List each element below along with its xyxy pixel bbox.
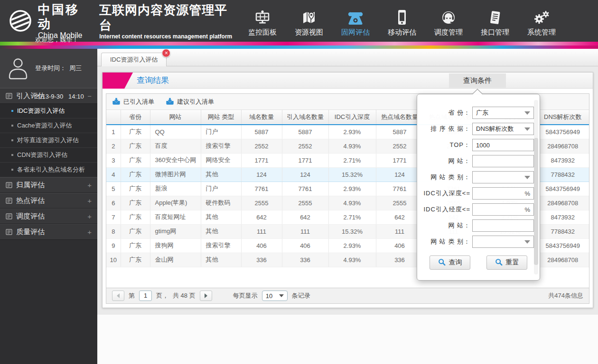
- nav-item-mobile-eval[interactable]: 移动评估: [379, 0, 425, 42]
- chevron-down-icon: [524, 240, 530, 244]
- suggested-list-label: 建议引入清单: [177, 98, 214, 106]
- nav-item-monitor-panel[interactable]: 监控面板: [239, 0, 286, 42]
- dropdown-field-8[interactable]: [472, 236, 534, 248]
- table-cell: 124: [241, 167, 282, 182]
- field-value: DNS解析次数: [476, 125, 514, 133]
- nav-item-label: 系统管理: [527, 28, 556, 37]
- table-cell: 2555: [282, 196, 328, 210]
- scrollbar-thumb[interactable]: [534, 138, 538, 265]
- plus-icon: +: [87, 212, 92, 220]
- input-field-5[interactable]: %: [472, 187, 534, 200]
- dropdown-field-1[interactable]: DNS解析次数: [472, 123, 534, 135]
- table-cell: 其他: [201, 167, 241, 182]
- nav-item-dispatch-mgmt[interactable]: 调度管理: [425, 0, 472, 42]
- page-prefix: 第: [129, 291, 135, 300]
- table-cell: 2552: [376, 139, 423, 153]
- input-field-6[interactable]: %: [472, 203, 534, 216]
- field-value: 1000: [476, 142, 490, 149]
- per-page-select[interactable]: 10: [262, 291, 288, 301]
- plus-icon: +: [87, 228, 92, 236]
- table-cell: 广东: [121, 125, 150, 139]
- sidebar-group-hotspot-eval[interactable]: 热点评估+: [0, 193, 97, 209]
- popup-field-row: 网 站：: [417, 153, 540, 169]
- input-field-3[interactable]: [472, 155, 534, 167]
- popup-field-row: 排 序 依 据：DNS解析次数: [417, 121, 540, 137]
- query-conditions-button[interactable]: 查询条件: [449, 73, 506, 88]
- sidebar-item[interactable]: 对等直连资源引入评估: [0, 133, 97, 148]
- popup-field-row: 网 站 类 别：: [417, 169, 540, 185]
- welcome-text: 欢迎您，魏华！: [35, 35, 84, 45]
- chevron-down-icon: [524, 127, 530, 131]
- field-label: IDC引入经度<=: [417, 205, 470, 214]
- popup-arrow: [472, 89, 483, 94]
- table-cell: 5: [106, 182, 121, 196]
- table-cell: 广东: [121, 153, 150, 167]
- reset-button[interactable]: 重置: [486, 255, 527, 270]
- top-nav: 监控面板资源视图固网评估移动评估调度管理接口管理系统管理: [239, 0, 565, 42]
- page-input[interactable]: 1: [139, 291, 152, 301]
- input-field-2[interactable]: 1000: [472, 139, 534, 151]
- imported-list-button[interactable]: 已引入清单: [112, 97, 154, 107]
- column-header: 引入域名数量: [282, 110, 328, 125]
- sidebar-group-quality-eval[interactable]: 质量评估+: [0, 224, 97, 240]
- dashboard-icon: [254, 9, 271, 27]
- percent-suffix: %: [524, 190, 530, 197]
- popup-scrollbar[interactable]: [534, 100, 538, 274]
- import-icon: [166, 97, 174, 107]
- nav-item-label: 固网评估: [341, 28, 370, 37]
- input-field-7[interactable]: [472, 219, 534, 232]
- sidebar-group-dispatch-eval[interactable]: 调度评估+: [0, 209, 97, 224]
- table-cell: 406: [241, 238, 282, 253]
- next-page-button[interactable]: [200, 291, 212, 301]
- sidebar-item[interactable]: CDN资源引入评估: [0, 148, 97, 163]
- table-cell: 5887: [282, 125, 328, 139]
- field-value: 广东: [476, 109, 488, 117]
- sidebar-item[interactable]: Cache资源引入评估: [0, 118, 97, 133]
- popup-field-row: 省 份：广东: [417, 105, 540, 121]
- dropdown-field-0[interactable]: 广东: [472, 107, 534, 119]
- table-cell: Apple(苹果): [150, 196, 201, 210]
- table-cell: 336: [241, 253, 282, 267]
- chevron-down-icon: [524, 111, 530, 115]
- table-cell: 111: [282, 224, 328, 238]
- popup-fields: 省 份：广东排 序 依 据：DNS解析次数TOP：1000网 站：网 站 类 别…: [417, 105, 540, 250]
- table-cell: 2.71%: [328, 153, 376, 167]
- suggested-import-list-button[interactable]: 建议引入清单: [166, 97, 214, 107]
- column-header: 网站 类型: [201, 110, 241, 125]
- total-records-info: 共474条信息: [548, 291, 583, 300]
- dropdown-field-4[interactable]: [472, 171, 534, 183]
- table-cell: 百度: [150, 139, 201, 153]
- field-label: 网 站：: [417, 157, 470, 165]
- close-icon[interactable]: ×: [162, 49, 170, 57]
- table-cell: 124: [282, 167, 328, 182]
- table-cell: 15.32%: [328, 224, 376, 238]
- table-cell: 搜索引擎: [201, 139, 241, 153]
- nav-item-interface-mgmt[interactable]: 接口管理: [472, 0, 518, 42]
- nav-item-fixed-eval[interactable]: 固网评估: [332, 0, 379, 42]
- nav-item-label: 资源视图: [295, 28, 323, 37]
- table-cell: 2552: [282, 139, 328, 153]
- table-cell: 2.93%: [328, 238, 376, 253]
- sidebar-group-ownership-eval[interactable]: 归属评估+: [0, 177, 97, 193]
- doclist-icon: [488, 9, 502, 27]
- table-cell: 门户: [201, 125, 241, 139]
- nav-item-system-mgmt[interactable]: 系统管理: [518, 0, 565, 42]
- chevron-down-icon: [524, 176, 530, 179]
- prev-page-button[interactable]: [112, 291, 124, 301]
- table-cell: 642: [282, 210, 328, 224]
- search-button[interactable]: 查询: [430, 255, 470, 270]
- sidebar-item[interactable]: 各省未引入热点域名分析: [0, 163, 97, 177]
- chevron-right-icon: [205, 293, 207, 298]
- sidebar-item-label: IDC资源引入评估: [17, 107, 65, 115]
- table-cell: 网络安全: [201, 153, 241, 167]
- field-label: 网 站：: [417, 221, 470, 230]
- avatar: [6, 56, 30, 81]
- tab-idc-import-eval[interactable]: IDC资源引入评估 ×: [101, 53, 167, 66]
- main-area: IDC资源引入评估 × 查询结果 查询条件 已引入清单 建议引入清单: [97, 49, 598, 364]
- table-cell: 406: [376, 238, 423, 253]
- table-cell: 百度短网址: [150, 210, 201, 224]
- table-cell: 其他: [201, 224, 241, 238]
- table-cell: 5843756949: [536, 238, 589, 253]
- nav-item-resource-view[interactable]: 资源视图: [286, 0, 332, 42]
- sidebar-group-label: 归属评估: [16, 181, 45, 190]
